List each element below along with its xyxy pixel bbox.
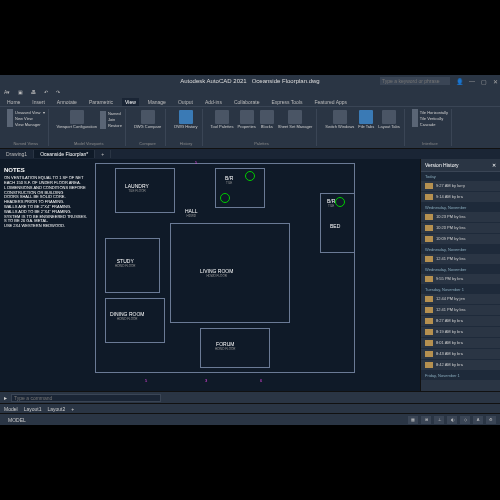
layout-tab[interactable]: Layout2 (47, 406, 65, 412)
user-icon[interactable]: 👤 (456, 78, 463, 85)
version-item[interactable]: 9:27 AM by larry (421, 181, 500, 192)
qat-item[interactable]: ▣ (18, 89, 23, 95)
tab-collaborate[interactable]: Collaborate (231, 98, 263, 106)
qat-item[interactable]: ↷ (56, 89, 60, 95)
ribbon-group-viewports: Viewport Configuration Named Join Restor… (53, 109, 126, 146)
version-item-label: 12:41 PM by bra (436, 308, 465, 312)
close-icon[interactable]: ✕ (493, 78, 498, 85)
viewport-config-button[interactable]: Viewport Configuration (56, 109, 98, 130)
minimize-icon[interactable]: — (469, 78, 475, 85)
version-day-header: Wednesday, November (421, 203, 500, 212)
version-item[interactable]: 8:43 AM by bra (421, 349, 500, 360)
tab-home[interactable]: Home (4, 98, 23, 106)
ribbon-tabs: Home Insert Annotate Parametric View Man… (0, 97, 500, 107)
version-history-panel: Version History ✕ Today9:27 AM by larry9… (420, 159, 500, 391)
dwg-file-icon (425, 256, 433, 262)
titlebar: Autodesk AutoCAD 2021 Oceanside Floorpla… (0, 75, 500, 87)
sb-polar-icon[interactable]: ◐ (447, 416, 457, 424)
version-item-label: 8:01 AM by bra (436, 341, 463, 345)
dwg-file-icon (425, 307, 433, 313)
layout-tab[interactable]: Layout1 (24, 406, 42, 412)
maximize-icon[interactable]: ▢ (481, 78, 487, 85)
tab-addins[interactable]: Add-ins (202, 98, 225, 106)
view-manager-button[interactable]: View Manager (7, 121, 45, 127)
tab-insert[interactable]: Insert (29, 98, 48, 106)
version-item[interactable]: 9:14 AM by bra (421, 192, 500, 203)
version-item[interactable]: 12:41 PM by bra (421, 254, 500, 265)
sb-gear-icon[interactable]: ⚙ (486, 416, 496, 424)
tab-view[interactable]: View (122, 98, 139, 106)
doc-tab[interactable]: Drawing1 (0, 150, 34, 158)
blocks-button[interactable]: Blocks (259, 109, 275, 130)
sb-grid-icon[interactable]: ▦ (408, 416, 418, 424)
sb-ortho-icon[interactable]: ⊥ (434, 416, 444, 424)
dwg-file-icon (425, 214, 433, 220)
version-item-label: 12:44 PM by jen (436, 297, 465, 301)
version-item-label: 8:42 AM by bra (436, 363, 463, 367)
sb-osnap-icon[interactable]: ◇ (460, 416, 470, 424)
version-item[interactable]: 8:27 AM by bra (421, 316, 500, 327)
layout-tab-add[interactable]: + (71, 406, 74, 412)
version-item-label: 10:23 PM by bra (436, 215, 465, 219)
sheetset-button[interactable]: Sheet Set Manager (277, 109, 313, 130)
ribbon: Unsaved View ▾ New View View Manager Nam… (0, 107, 500, 149)
search-input[interactable] (380, 77, 450, 85)
drawing-canvas[interactable]: NOTES ON VENTILATION EQUAL TO 1 SF OF NE… (0, 159, 420, 391)
version-item[interactable]: 10:23 PM by bra (421, 212, 500, 223)
doc-tab[interactable]: Oceanside Floorplan* (34, 150, 95, 158)
tab-output[interactable]: Output (175, 98, 196, 106)
version-item-label: 9:27 AM by larry (436, 184, 465, 188)
dwg-compare-button[interactable]: DWG Compare (133, 109, 162, 130)
doc-tab-add[interactable]: + (95, 150, 111, 158)
version-item[interactable]: 12:41 PM by bra (421, 305, 500, 316)
dwg-file-icon (425, 340, 433, 346)
qat-item[interactable]: A▾ (4, 89, 10, 95)
layout-tabs-button[interactable]: Layout Tabs (377, 109, 401, 130)
cmdline-icon[interactable]: ▸ (4, 394, 7, 401)
version-item-label: 10:09 PM by bra (436, 237, 465, 241)
ribbon-group-compare: DWG Compare Compare (130, 109, 166, 146)
ribbon-group-history: DWG History History (170, 109, 202, 146)
qat-item[interactable]: 🖶 (31, 89, 36, 95)
version-item[interactable]: 8:42 AM by bra (421, 360, 500, 371)
status-mode[interactable]: MODEL (8, 417, 26, 423)
version-item-label: 8:27 AM by bra (436, 319, 463, 323)
version-item[interactable]: 10:09 PM by bra (421, 234, 500, 245)
sb-snap-icon[interactable]: ⊞ (421, 416, 431, 424)
version-item-label: 12:41 PM by bra (436, 257, 465, 261)
switch-windows-button[interactable]: Switch Windows (324, 109, 355, 130)
cascade[interactable]: Cascade (412, 121, 448, 127)
version-item[interactable]: 9:55 PM by bra (421, 274, 500, 285)
dwg-file-icon (425, 183, 433, 189)
tab-manage[interactable]: Manage (145, 98, 169, 106)
notes-title: NOTES (4, 167, 104, 174)
version-item[interactable]: 12:44 PM by jen (421, 294, 500, 305)
tab-parametric[interactable]: Parametric (86, 98, 116, 106)
qat-item[interactable]: ↶ (44, 89, 48, 95)
dwg-history-button[interactable]: DWG History (173, 109, 198, 130)
notes-block: NOTES ON VENTILATION EQUAL TO 1 SF OF NE… (4, 167, 104, 229)
dwg-file-icon (425, 236, 433, 242)
sb-anno-icon[interactable]: A (473, 416, 483, 424)
version-item[interactable]: 8:19 AM by bra (421, 327, 500, 338)
tab-express[interactable]: Express Tools (268, 98, 305, 106)
close-icon[interactable]: ✕ (492, 162, 496, 168)
tab-featured[interactable]: Featured Apps (312, 98, 351, 106)
quick-access-toolbar: A▾ ▣ 🖶 ↶ ↷ (0, 87, 500, 97)
dwg-file-icon (425, 318, 433, 324)
version-day-header: Friday, November 1 (421, 371, 500, 380)
layout-tabs: Model Layout1 Layout2 + (0, 403, 500, 413)
version-item[interactable]: 10:20 PM by bra (421, 223, 500, 234)
version-item[interactable]: 8:01 AM by bra (421, 338, 500, 349)
layout-tab-model[interactable]: Model (4, 406, 18, 412)
restore-viewports[interactable]: Restore (100, 123, 122, 129)
dwg-file-icon (425, 351, 433, 357)
tool-palettes-button[interactable]: Tool Palettes (210, 109, 235, 130)
ribbon-group-namedviews: Unsaved View ▾ New View View Manager Nam… (4, 109, 49, 146)
file-tabs-button[interactable]: File Tabs (357, 109, 375, 130)
dwg-file-icon (425, 362, 433, 368)
command-input[interactable] (11, 394, 161, 402)
tab-annotate[interactable]: Annotate (54, 98, 80, 106)
version-item-label: 8:43 AM by bra (436, 352, 463, 356)
properties-button[interactable]: Properties (237, 109, 257, 130)
